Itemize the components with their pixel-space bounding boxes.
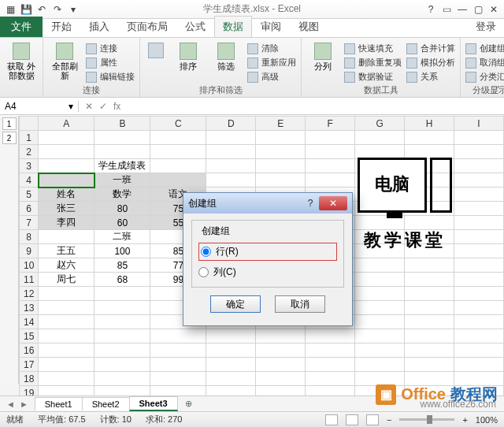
row-19[interactable]: 19: [20, 386, 39, 396]
col-I[interactable]: I: [454, 117, 503, 131]
zoom-out-icon[interactable]: −: [387, 415, 391, 425]
radio-cols[interactable]: 列(C): [198, 265, 337, 279]
row-3[interactable]: 3: [20, 159, 39, 173]
cell-B11[interactable]: 68: [94, 273, 150, 287]
col-D[interactable]: D: [206, 117, 256, 131]
row-5[interactable]: 5: [20, 188, 39, 202]
collapse-ribbon-icon[interactable]: ˄: [496, 85, 501, 95]
col-C[interactable]: C: [150, 117, 206, 131]
edit-links-button[interactable]: 编辑链接: [86, 71, 135, 83]
cell-B6[interactable]: 80: [94, 202, 150, 216]
sheet-nav-next-icon[interactable]: ►: [20, 399, 28, 409]
outline-level-2[interactable]: 2: [2, 132, 17, 144]
radio-rows[interactable]: 行(R): [198, 243, 337, 261]
row-12[interactable]: 12: [20, 287, 39, 301]
sheet-tab-1[interactable]: Sheet1: [35, 397, 83, 410]
view-pagebreak-icon[interactable]: [366, 414, 379, 425]
cell-B10[interactable]: 85: [94, 258, 150, 273]
cell-A4[interactable]: [39, 173, 94, 188]
sheet-nav-prev-icon[interactable]: ◄: [6, 399, 15, 409]
cell-C4[interactable]: [150, 173, 206, 188]
col-E[interactable]: E: [256, 117, 306, 131]
save-icon[interactable]: 💾: [19, 2, 33, 17]
undo-icon[interactable]: ↶: [35, 2, 49, 17]
col-B[interactable]: B: [94, 117, 150, 131]
tab-view[interactable]: 视图: [290, 16, 328, 37]
cell-A11[interactable]: 周七: [39, 273, 94, 287]
refresh-all-button[interactable]: 全部刷新: [48, 39, 81, 80]
row-8[interactable]: 8: [20, 230, 39, 244]
cell-A9[interactable]: 王五: [39, 244, 94, 258]
cancel-button[interactable]: 取消: [275, 295, 325, 313]
sheet-tab-3[interactable]: Sheet3: [129, 396, 178, 411]
row-11[interactable]: 11: [20, 273, 39, 287]
dialog-titlebar[interactable]: 创建组 ? ✕: [183, 193, 352, 214]
dialog-help-icon[interactable]: ?: [302, 198, 319, 209]
maximize-icon[interactable]: ▢: [471, 2, 485, 17]
cell-B3[interactable]: 学生成绩表: [94, 159, 150, 173]
cell-B9[interactable]: 100: [94, 244, 150, 258]
remove-dupes-button[interactable]: 删除重复项: [344, 57, 402, 69]
file-tab[interactable]: 文件: [0, 17, 43, 37]
col-G[interactable]: G: [355, 117, 405, 131]
cancel-formula-icon[interactable]: ✕: [85, 101, 93, 112]
fx-icon[interactable]: fx: [113, 101, 120, 112]
clear-button[interactable]: 清除: [247, 43, 296, 54]
minimize-icon[interactable]: —: [455, 2, 469, 17]
tab-insert[interactable]: 插入: [80, 16, 118, 37]
ok-button[interactable]: 确定: [210, 295, 261, 313]
cell-A10[interactable]: 赵六: [39, 258, 94, 273]
cell-A6[interactable]: 张三: [39, 202, 94, 216]
sheet-tab-2[interactable]: Sheet2: [82, 397, 130, 410]
tab-formulas[interactable]: 公式: [176, 16, 214, 37]
cell-A7[interactable]: 李四: [39, 216, 94, 230]
tab-home[interactable]: 开始: [43, 16, 80, 37]
group-button[interactable]: 创建组: [465, 43, 504, 54]
whatif-button[interactable]: 模拟分析: [406, 57, 455, 69]
reapply-button[interactable]: 重新应用: [247, 57, 296, 69]
row-10[interactable]: 10: [20, 258, 39, 273]
view-normal-icon[interactable]: [325, 414, 338, 425]
row-18[interactable]: 18: [20, 372, 39, 386]
cell-B5[interactable]: 数学: [94, 188, 150, 202]
close-icon[interactable]: ✕: [487, 2, 501, 17]
tab-review[interactable]: 审阅: [252, 16, 290, 37]
sort-asc-button[interactable]: [145, 39, 167, 58]
text-to-columns-button[interactable]: 分列: [306, 39, 339, 71]
radio-rows-input[interactable]: [201, 247, 211, 257]
sort-button[interactable]: 排序: [172, 39, 205, 71]
redo-icon[interactable]: ↷: [50, 2, 65, 17]
relationships-button[interactable]: 关系: [406, 71, 455, 83]
flash-fill-button[interactable]: 快速填充: [344, 43, 402, 54]
row-4[interactable]: 4: [20, 173, 39, 188]
name-box[interactable]: A4▾: [0, 101, 79, 112]
add-sheet-icon[interactable]: ⊕: [177, 399, 200, 409]
ribbon-options-icon[interactable]: ▭: [439, 2, 454, 17]
login-link[interactable]: 登录: [468, 17, 504, 37]
cell-B4[interactable]: 一班: [94, 173, 150, 188]
col-H[interactable]: H: [405, 117, 454, 131]
tab-data[interactable]: 数据: [214, 16, 252, 37]
help-icon[interactable]: ?: [424, 2, 438, 17]
connections-button[interactable]: 连接: [86, 43, 135, 54]
zoom-in-icon[interactable]: +: [462, 415, 467, 425]
cell-B8[interactable]: 二班: [94, 230, 150, 244]
qat-more-icon[interactable]: ▾: [66, 2, 80, 17]
cell-B7[interactable]: 60: [94, 216, 150, 230]
row-16[interactable]: 16: [20, 343, 39, 358]
outline-level-1[interactable]: 1: [2, 117, 17, 130]
subtotal-button[interactable]: 分类汇总: [465, 71, 504, 83]
row-14[interactable]: 14: [20, 315, 39, 329]
data-validation-button[interactable]: 数据验证: [344, 71, 402, 83]
enter-formula-icon[interactable]: ✓: [99, 101, 107, 112]
row-6[interactable]: 6: [20, 202, 39, 216]
row-2[interactable]: 2: [20, 145, 39, 159]
row-9[interactable]: 9: [20, 244, 39, 258]
cell-A5[interactable]: 姓名: [39, 188, 94, 202]
select-all-cell[interactable]: [20, 117, 39, 131]
row-17[interactable]: 17: [20, 358, 39, 372]
dialog-close-icon[interactable]: ✕: [319, 196, 347, 210]
filter-button[interactable]: 筛选: [209, 39, 243, 71]
advanced-button[interactable]: 高级: [247, 71, 296, 83]
row-7[interactable]: 7: [20, 216, 39, 230]
